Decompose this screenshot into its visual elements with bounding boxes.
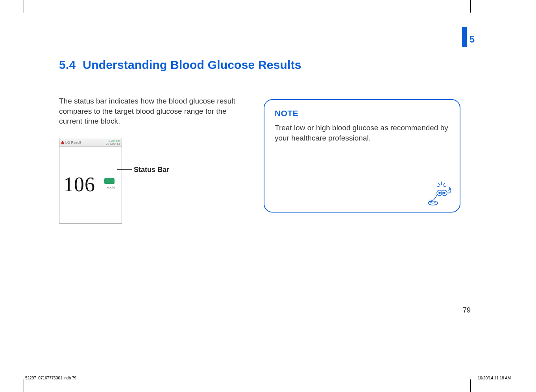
device-screenshot: bG Result 9:29 am 29 Mar 14 106 mg/dL <box>59 138 122 224</box>
status-bar-indicator <box>104 178 115 184</box>
glucose-reading: 106 <box>63 173 95 196</box>
blood-drop-icon <box>61 141 64 144</box>
page-number: 79 <box>463 306 471 314</box>
note-body: Treat low or high blood glucose as recom… <box>275 123 449 143</box>
section-title: Understanding Blood Glucose Results <box>83 58 301 72</box>
chapter-tab <box>462 27 467 47</box>
body-paragraph: The status bar indicates how the blood g… <box>59 96 248 126</box>
device-date: 29 Mar 14 <box>106 142 120 146</box>
device-header-label: bG Result <box>65 141 81 144</box>
device-header-left: bG Result <box>61 141 81 144</box>
glucose-unit: mg/dL <box>107 186 116 190</box>
footer-slug-right: 10/20/14 11:18 AM <box>478 376 511 380</box>
svg-point-8 <box>444 192 445 194</box>
note-title: NOTE <box>275 109 449 118</box>
note-box: NOTE Treat low or high blood glucose as … <box>264 99 460 213</box>
section-number: 5.4 <box>59 58 76 72</box>
device-header-right: 9:29 am 29 Mar 14 <box>106 139 120 146</box>
chapter-number: 5 <box>469 34 475 45</box>
footer-slug-left: 52297_07167776001.indb 79 <box>25 376 76 380</box>
callout-label: Status Bar <box>134 166 169 174</box>
section-heading: 5.4 Understanding Blood Glucose Results <box>59 58 301 72</box>
svg-point-7 <box>439 192 440 194</box>
device-header: bG Result 9:29 am 29 Mar 14 <box>59 138 122 147</box>
crop-mark <box>470 0 471 13</box>
crop-mark <box>0 23 13 23</box>
crop-mark <box>24 0 24 13</box>
crop-mark <box>0 369 13 369</box>
crop-mark <box>24 379 24 392</box>
note-character-icon <box>427 181 452 206</box>
svg-line-3 <box>437 186 440 187</box>
svg-line-2 <box>443 183 445 185</box>
callout-line <box>117 169 132 170</box>
device-body: 106 mg/dL <box>59 147 122 223</box>
crop-mark <box>470 379 471 392</box>
svg-line-4 <box>444 186 446 187</box>
svg-line-1 <box>438 183 440 185</box>
